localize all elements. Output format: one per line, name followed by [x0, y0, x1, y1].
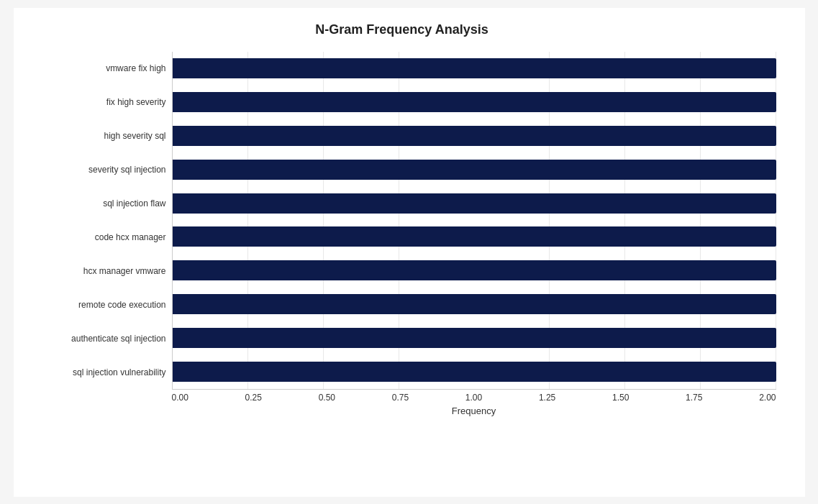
- x-tick-6: 1.50: [612, 393, 629, 403]
- bar-4: [173, 193, 776, 214]
- bar-row-1: [173, 85, 776, 119]
- x-tick-2: 0.50: [319, 393, 335, 403]
- bar-row-0: [173, 52, 776, 86]
- y-axis: vmware fix highfix high severityhigh sev…: [28, 52, 172, 390]
- bar-7: [173, 294, 776, 314]
- y-label-8: authenticate sql injection: [71, 322, 165, 356]
- bar-row-4: [173, 186, 776, 220]
- bar-0: [173, 58, 776, 78]
- bar-row-6: [173, 254, 776, 288]
- bar-row-2: [173, 119, 776, 152]
- bar-row-7: [173, 288, 776, 321]
- bar-9: [173, 362, 776, 382]
- plot-area: [172, 52, 776, 390]
- y-label-5: code hcx manager: [95, 221, 166, 255]
- y-label-9: sql injection vulnerability: [73, 356, 165, 390]
- bar-1: [173, 92, 776, 112]
- x-tick-8: 2.00: [759, 393, 776, 403]
- y-label-1: fix high severity: [106, 86, 166, 119]
- bar-2: [173, 126, 776, 146]
- bar-5: [173, 226, 776, 247]
- y-label-7: remote code execution: [78, 288, 165, 322]
- bar-row-3: [173, 152, 776, 186]
- y-label-6: hcx manager vmware: [83, 255, 166, 288]
- x-tick-4: 1.00: [465, 393, 482, 403]
- y-label-3: severity sql injection: [88, 153, 165, 187]
- bar-6: [173, 260, 776, 280]
- chart-title: N-Gram Frequency Analysis: [28, 22, 776, 37]
- x-tick-5: 1.25: [539, 393, 555, 403]
- bar-8: [173, 328, 776, 348]
- x-tick-7: 1.75: [686, 393, 702, 403]
- x-tick-1: 0.25: [245, 393, 262, 403]
- bar-row-9: [173, 355, 776, 389]
- x-tick-0: 0.00: [172, 393, 188, 403]
- y-label-4: sql injection flaw: [103, 187, 165, 221]
- x-tick-3: 0.75: [392, 393, 409, 403]
- x-ticks-row: 0.000.250.500.751.001.251.501.752.00: [172, 390, 776, 403]
- chart-container: N-Gram Frequency Analysis vmware fix hig…: [14, 8, 805, 497]
- bar-3: [173, 160, 776, 180]
- x-axis-label: Frequency: [172, 406, 776, 416]
- bar-row-5: [173, 220, 776, 254]
- bar-row-8: [173, 321, 776, 355]
- y-label-2: high severity sql: [104, 119, 165, 153]
- y-label-0: vmware fix high: [106, 52, 165, 86]
- chart-area: vmware fix highfix high severityhigh sev…: [28, 52, 776, 390]
